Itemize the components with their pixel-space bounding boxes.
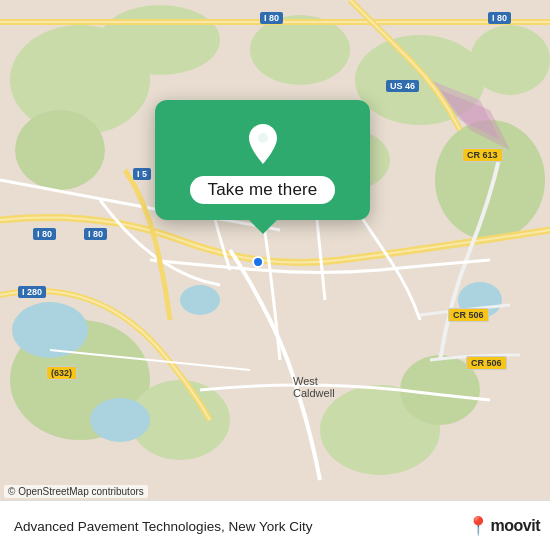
highway-label-cr613-top: CR 613 <box>462 148 503 162</box>
svg-point-14 <box>90 398 150 442</box>
highway-label-i80-mid-left: I 80 <box>84 228 107 240</box>
osm-attribution: © OpenStreetMap contributors <box>4 485 148 498</box>
highway-label-632: (632) <box>46 366 77 380</box>
location-pin-icon <box>239 118 287 166</box>
highway-label-cr506-right2: CR 506 <box>466 356 507 370</box>
svg-point-13 <box>12 302 88 358</box>
svg-point-2 <box>15 110 105 190</box>
take-me-there-button[interactable]: Take me there <box>190 176 336 204</box>
city-label-west-caldwell: West Caldwell <box>293 375 335 399</box>
map-svg <box>0 0 550 500</box>
highway-label-i280: I 280 <box>18 286 46 298</box>
place-name: Advanced Pavement Technologies, New York… <box>14 519 312 534</box>
place-city-text: New York City <box>228 519 312 534</box>
place-name-text: Advanced Pavement Technologies, <box>14 519 228 534</box>
highway-label-cr506-right: CR 506 <box>448 308 489 322</box>
moovit-text: moovit <box>491 517 540 535</box>
place-info: Advanced Pavement Technologies, New York… <box>14 517 312 535</box>
popup-card: Take me there <box>155 100 370 220</box>
svg-point-4 <box>250 15 350 85</box>
bottom-bar: Advanced Pavement Technologies, New York… <box>0 500 550 550</box>
moovit-pin-icon: 📍 <box>467 515 489 537</box>
svg-point-6 <box>470 25 550 95</box>
highway-label-i80-top-mid: I 80 <box>260 12 283 24</box>
svg-point-3 <box>100 5 220 75</box>
highway-label-i80-top-right: I 80 <box>488 12 511 24</box>
moovit-logo: 📍 moovit <box>467 515 540 537</box>
highway-label-us46: US 46 <box>386 80 419 92</box>
highway-label-i80-mid-left2: I 80 <box>33 228 56 240</box>
svg-point-21 <box>253 257 263 267</box>
highway-label-i15: I 5 <box>133 168 151 180</box>
map-container: I 80 I 80 US 46 CR 613 I 80 I 80 I 280 C… <box>0 0 550 500</box>
svg-point-15 <box>180 285 220 315</box>
